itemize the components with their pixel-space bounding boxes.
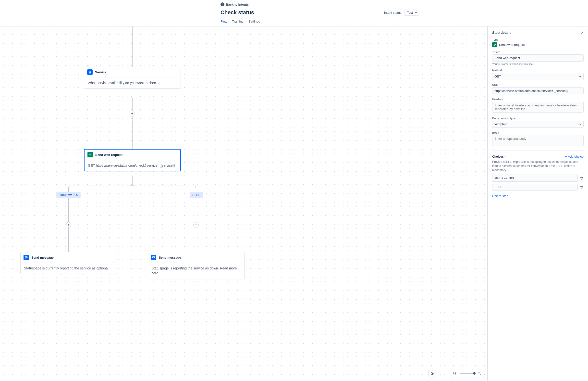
node-send-message-left[interactable]: Send message Statuspage is currently rep… — [20, 252, 117, 274]
fit-to-screen-button[interactable] — [428, 370, 436, 377]
svg-point-12 — [432, 373, 433, 374]
node-title: Service — [95, 70, 106, 74]
node-title: Send message — [159, 256, 181, 259]
add-step-button[interactable]: + — [130, 111, 135, 116]
tab-settings[interactable]: Settings — [249, 20, 260, 26]
tab-training[interactable]: Training — [232, 20, 243, 26]
delete-choice-button[interactable] — [580, 185, 584, 189]
svg-line-14 — [456, 374, 456, 375]
url-label: URL — [492, 83, 584, 86]
web-request-icon — [492, 42, 497, 47]
back-to-intents-link[interactable]: Back to intents — [220, 2, 249, 6]
zoom-in-button[interactable] — [477, 371, 482, 376]
svg-rect-4 — [89, 72, 90, 72]
panel-title: Step details — [492, 31, 512, 35]
svg-rect-6 — [25, 257, 27, 257]
tab-flow[interactable]: Flow — [220, 20, 227, 26]
zoom-slider-thumb[interactable] — [473, 372, 476, 375]
method-label: Method — [492, 69, 584, 72]
choice-input[interactable] — [492, 175, 578, 182]
chevron-down-icon — [415, 11, 417, 15]
close-panel-button[interactable]: × — [581, 30, 584, 35]
zoom-slider[interactable] — [460, 373, 474, 374]
chevron-down-icon — [579, 74, 581, 78]
add-step-button[interactable]: + — [66, 222, 71, 227]
title-label: Title — [492, 50, 584, 53]
message-icon — [151, 255, 156, 260]
body-input[interactable] — [492, 135, 584, 146]
title-hint: Your customers won't see this title. — [492, 63, 584, 66]
intent-status-label: Intent status: — [384, 11, 402, 15]
node-title: Send web request — [95, 153, 123, 157]
type-label: Type — [492, 38, 584, 41]
branch-condition-left[interactable]: status == 200 — [56, 192, 81, 198]
web-request-icon — [87, 152, 93, 157]
headers-label: Headers — [492, 98, 584, 101]
flow-canvas[interactable]: Service What service availability do you… — [0, 26, 487, 381]
node-body: GET https://service-status.com/check?ser… — [84, 160, 180, 171]
message-icon — [23, 255, 29, 260]
body-content-type-label: Body content type — [492, 117, 584, 120]
choice-row — [492, 175, 584, 182]
node-send-web-request[interactable]: Send web request GET https://service-sta… — [84, 149, 181, 171]
node-send-message-right[interactable]: Send message Statuspage is reporting the… — [148, 252, 245, 279]
step-details-panel: Step details × Type Send web request Tit… — [487, 26, 588, 381]
branch-condition-right[interactable]: ELSE — [190, 192, 203, 198]
choices-label: Choices — [492, 155, 506, 158]
node-body: What service availability do you want to… — [84, 77, 181, 88]
title-input[interactable] — [492, 54, 584, 62]
zoom-controls — [450, 370, 484, 377]
svg-rect-10 — [153, 257, 154, 258]
add-choice-button[interactable]: + Add choice — [565, 155, 584, 158]
svg-rect-7 — [25, 257, 26, 258]
body-label: Body — [492, 131, 584, 134]
svg-line-17 — [480, 374, 481, 375]
page-title: Check status — [220, 9, 254, 16]
node-body: Statuspage is reporting the service as d… — [148, 263, 244, 279]
svg-rect-3 — [89, 71, 90, 72]
delete-choice-button[interactable] — [580, 176, 584, 180]
body-content-type-select[interactable]: text/plain — [492, 121, 584, 128]
type-value: Send web request — [499, 43, 525, 46]
url-input[interactable] — [492, 87, 584, 94]
add-step-button[interactable]: + — [193, 222, 199, 227]
method-select[interactable]: GET — [492, 73, 584, 80]
chevron-down-icon — [579, 122, 581, 126]
back-label: Back to intents — [226, 3, 249, 6]
zoom-out-button[interactable] — [452, 371, 457, 376]
delete-step-button[interactable]: Delete step — [492, 194, 508, 198]
choice-input[interactable] — [492, 184, 578, 191]
node-title: Send message — [31, 256, 54, 259]
svg-rect-9 — [153, 257, 155, 257]
choices-description: Provide a list of expressions that going… — [492, 160, 584, 172]
choice-row — [492, 184, 584, 191]
page-icon — [87, 69, 93, 75]
headers-input[interactable] — [492, 102, 584, 112]
intent-status-select[interactable]: Test — [404, 10, 419, 16]
node-body: Statuspage is currently reporting the se… — [21, 263, 117, 274]
plus-icon: + — [565, 155, 567, 158]
node-service[interactable]: Service What service availability do you… — [84, 67, 181, 89]
arrow-left-icon — [220, 2, 224, 6]
